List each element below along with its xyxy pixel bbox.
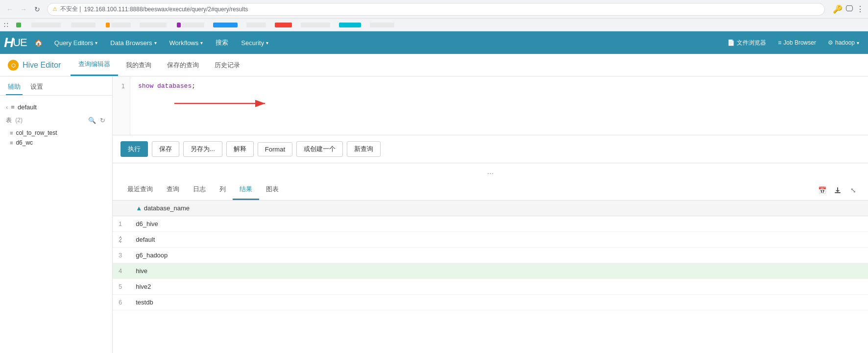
hue-logo: H UE <box>4 35 27 50</box>
hive-editor-title: ⬡ Hive Editor <box>8 60 61 71</box>
user-menu-button[interactable]: ⚙ hadoop ▾ <box>823 36 864 49</box>
tab-saved-queries[interactable]: 保存的查询 <box>159 54 207 76</box>
tab-recent-queries[interactable]: 最近查询 <box>121 180 160 200</box>
table-item-col-to-row-test[interactable]: ≡ col_to_row_test <box>6 128 106 138</box>
format-button[interactable]: Format <box>258 142 292 156</box>
tab-query[interactable]: 查询 <box>160 180 186 200</box>
topnav-workflows[interactable]: Workflows ▾ <box>164 35 209 50</box>
topnav-data-browsers[interactable]: Data Browsers ▾ <box>104 35 162 50</box>
file-browser-button[interactable]: 📄 文件浏览器 <box>723 36 771 50</box>
topnav-search[interactable]: 搜索 <box>210 36 234 50</box>
tab-history[interactable]: 历史记录 <box>207 54 248 76</box>
download-button[interactable]: ​ <box>831 183 844 197</box>
table-item-d6-wc[interactable]: ≡ d6_wc <box>6 138 106 148</box>
url-text: 192.168.100.111:8888/beeswax/execute/que… <box>84 6 248 13</box>
editor-area: 1 show databases; 执行 保存 另存为... <box>113 76 868 353</box>
sidebar-content: ‹ ≡ default 表 (2) 🔍 ↻ ≡ col_to_row_test … <box>0 96 112 353</box>
table-row: 6 testdb <box>113 295 868 310</box>
bookmark-6[interactable] <box>174 20 207 30</box>
user-chevron: ▾ <box>857 40 859 46</box>
arrow-annotation <box>174 94 272 113</box>
tab-my-queries[interactable]: 我的查询 <box>118 54 159 76</box>
tab-chart[interactable]: 图表 <box>259 180 286 200</box>
home-button[interactable]: 🏠 <box>31 35 47 50</box>
browser-chrome: ← → ↻ ⚠ 不安全 | 192.168.100.111:8888/beesw… <box>0 0 868 19</box>
sidebar-tab-settings[interactable]: 设置 <box>28 79 45 95</box>
results-actions: 📅 ​ ⤡ <box>815 183 860 197</box>
tab-results[interactable]: 结果 <box>233 180 259 200</box>
security-label: Security <box>241 39 264 47</box>
svg-rect-4 <box>835 192 841 193</box>
query-editors-label: Query Editors <box>54 39 93 47</box>
user-label: hadoop <box>835 39 855 46</box>
database-value: hive <box>130 263 868 279</box>
back-arrow-icon: ‹ <box>6 103 8 111</box>
job-browser-label: Job Browser <box>783 39 816 46</box>
code-content[interactable]: show databases; <box>130 76 868 135</box>
row-number: 6 <box>113 295 130 310</box>
code-editor[interactable]: 1 show databases; <box>113 76 868 135</box>
table-row: 3 g6_hadoop <box>113 248 868 263</box>
table-row: 1 d6_hive <box>113 216 868 232</box>
expand-button[interactable]: ⤡ <box>846 183 860 197</box>
bookmark-7[interactable] <box>210 20 241 30</box>
database-row[interactable]: ‹ ≡ default <box>6 101 106 113</box>
bookmark-3[interactable] <box>68 20 100 30</box>
sub-header: ⬡ Hive Editor 查询编辑器 我的查询 保存的查询 历史记录 <box>0 54 868 76</box>
tab-columns[interactable]: 列 <box>213 180 233 200</box>
bookmark-8[interactable] <box>243 20 269 30</box>
tables-header: 表 (2) 🔍 ↻ <box>6 113 106 128</box>
address-bar[interactable]: ⚠ 不安全 | 192.168.100.111:8888/beeswax/exe… <box>47 3 825 16</box>
sidebar-tab-assist[interactable]: 辅助 <box>6 79 23 95</box>
hive-editor-label: Hive Editor <box>23 61 61 70</box>
user-icon: ⚙ <box>828 39 833 46</box>
forward-button[interactable]: → <box>18 3 29 15</box>
hive-icon: ⬡ <box>8 60 19 71</box>
svg-marker-6 <box>836 190 840 192</box>
bookmark-2[interactable] <box>28 20 65 30</box>
reload-button[interactable]: ↻ <box>31 3 43 15</box>
create-button[interactable]: 或创建一个 <box>296 141 343 157</box>
url-prefix: 不安全 | <box>60 5 81 13</box>
bookmark-9[interactable] <box>272 20 295 30</box>
explain-button[interactable]: 解释 <box>226 141 254 157</box>
tab-logs[interactable]: 日志 <box>186 180 213 200</box>
database-value: default <box>130 232 868 248</box>
apps-icon[interactable]: ∷ <box>4 21 8 29</box>
topnav-query-editors[interactable]: Query Editors ▾ <box>48 35 103 50</box>
execute-button[interactable]: 执行 <box>121 141 148 157</box>
cast-icon[interactable]: 🖵 <box>845 4 853 14</box>
sidebar: 辅助 设置 ‹ ≡ default 表 (2) 🔍 ↻ <box>0 76 113 353</box>
workflows-label: Workflows <box>169 39 199 47</box>
refresh-tables-button[interactable]: ↻ <box>99 116 106 125</box>
calendar-export-button[interactable]: 📅 <box>815 183 829 197</box>
key-icon[interactable]: 🔑 <box>833 4 843 14</box>
three-dot-menu-button[interactable]: ⋮ <box>117 234 124 244</box>
bookmark-5[interactable] <box>137 20 171 30</box>
sidebar-tabs: 辅助 设置 <box>0 76 112 96</box>
topnav-menu: Query Editors ▾ Data Browsers ▾ Workflow… <box>48 35 723 50</box>
database-value: d6_hive <box>130 216 868 232</box>
new-query-button[interactable]: 新查询 <box>347 141 381 157</box>
back-button[interactable]: ← <box>4 3 16 15</box>
row-number: 4 <box>113 263 130 279</box>
job-browser-button[interactable]: ≡ Job Browser <box>773 36 821 49</box>
menu-icon[interactable]: ⋮ <box>856 4 864 14</box>
save-as-button[interactable]: 另存为... <box>183 141 222 157</box>
security-icon: ⚠ <box>52 6 57 12</box>
bookmark-11[interactable] <box>336 20 364 30</box>
bookmark-10[interactable] <box>298 20 333 30</box>
table-header-row: ▲ database_name <box>113 201 868 216</box>
database-name-header[interactable]: ▲ database_name <box>130 201 868 216</box>
database-name: default <box>18 103 37 111</box>
search-tables-button[interactable]: 🔍 <box>87 116 97 125</box>
tab-query-editor[interactable]: 查询编辑器 <box>71 54 118 76</box>
jobs-icon: ≡ <box>778 39 781 46</box>
topnav-security[interactable]: Security ▾ <box>235 35 274 50</box>
save-button[interactable]: 保存 <box>152 141 179 157</box>
bookmark-4[interactable] <box>103 20 134 30</box>
bookmark-12[interactable] <box>367 20 397 30</box>
bookmark-1[interactable] <box>13 20 25 30</box>
tables-label: 表 (2) <box>6 116 23 125</box>
row-number: 3 <box>113 248 130 263</box>
